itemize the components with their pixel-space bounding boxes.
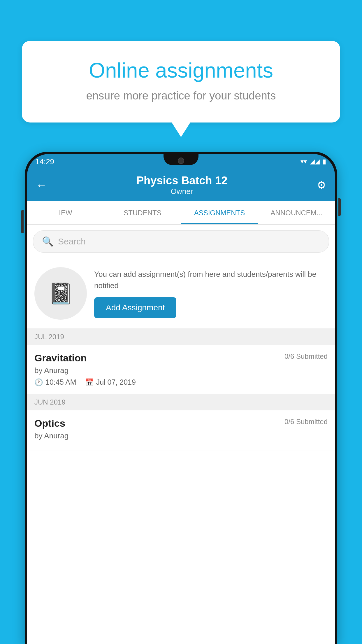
phone-frame: 14:29 ▾▾ ◢◢ ▮ ← Physics Batch 12 Owner ⚙…: [25, 152, 337, 644]
speech-bubble-container: Online assignments ensure more practice …: [22, 41, 340, 123]
front-camera: [178, 158, 184, 164]
tab-students[interactable]: STUDENTS: [104, 201, 181, 224]
assignment-meta: 🕐 10:45 AM 📅 Jul 07, 2019: [34, 378, 328, 386]
phone-power-button: [338, 198, 341, 216]
phone-screen: 14:29 ▾▾ ◢◢ ▮ ← Physics Batch 12 Owner ⚙…: [27, 154, 335, 644]
search-icon: 🔍: [42, 236, 54, 247]
settings-button[interactable]: ⚙: [317, 179, 326, 191]
assignment-by: by Anurag: [34, 366, 328, 375]
assignment-gravitation[interactable]: Gravitation 0/6 Submitted by Anurag 🕐 10…: [27, 345, 335, 394]
back-button[interactable]: ←: [36, 179, 47, 192]
status-icons: ▾▾ ◢◢ ▮: [301, 158, 326, 165]
date-value: Jul 07, 2019: [96, 378, 136, 386]
bubble-title: Online assignments: [42, 58, 320, 82]
search-bar[interactable]: 🔍 Search: [33, 230, 329, 253]
assignment-top: Gravitation 0/6 Submitted: [34, 352, 328, 364]
promo-section: 📓 You can add assignment(s) from here an…: [27, 258, 335, 329]
tab-overview[interactable]: IEW: [27, 201, 104, 224]
app-bar-center: Physics Batch 12 Owner: [47, 174, 317, 196]
speech-bubble: Online assignments ensure more practice …: [22, 41, 340, 123]
promo-icon-circle: 📓: [34, 267, 87, 320]
signal-icon: ◢◢: [310, 158, 320, 165]
batch-title: Physics Batch 12: [47, 174, 317, 187]
tabs-bar: IEW STUDENTS ASSIGNMENTS ANNOUNCEM...: [27, 201, 335, 225]
bubble-subtitle: ensure more practice for your students: [42, 90, 320, 102]
promo-content: You can add assignment(s) from here and …: [94, 269, 328, 318]
assignment-top-optics: Optics 0/6 Submitted: [34, 418, 328, 429]
time-value: 10:45 AM: [45, 378, 76, 386]
assignment-optics[interactable]: Optics 0/6 Submitted by Anurag: [27, 410, 335, 451]
assignment-date: 📅 Jul 07, 2019: [85, 378, 136, 386]
tab-announcements[interactable]: ANNOUNCEM...: [258, 201, 335, 224]
assignment-submitted-optics: 0/6 Submitted: [284, 418, 328, 426]
tab-assignments[interactable]: ASSIGNMENTS: [181, 201, 258, 224]
battery-icon: ▮: [323, 158, 326, 165]
app-bar: ← Physics Batch 12 Owner ⚙: [27, 169, 335, 201]
assignment-submitted: 0/6 Submitted: [284, 352, 328, 360]
promo-text: You can add assignment(s) from here and …: [94, 269, 328, 291]
search-placeholder: Search: [58, 237, 86, 246]
phone-notch: [164, 154, 198, 165]
phone-volume-button: [21, 210, 24, 233]
content-area: 🔍 Search 📓 You can add assignment(s) fro…: [27, 225, 335, 644]
month-separator-jun: JUN 2019: [27, 394, 335, 410]
calendar-icon: 📅: [85, 378, 94, 386]
status-time: 14:29: [35, 157, 54, 166]
month-separator-jul: JUL 2019: [27, 329, 335, 345]
add-assignment-button[interactable]: Add Assignment: [94, 297, 176, 318]
batch-subtitle: Owner: [47, 187, 317, 196]
assignment-by-optics: by Anurag: [34, 431, 328, 440]
assignment-name: Gravitation: [34, 352, 87, 364]
clock-icon: 🕐: [34, 378, 43, 386]
assignment-name-optics: Optics: [34, 418, 65, 429]
assignment-time: 🕐 10:45 AM: [34, 378, 76, 386]
wifi-icon: ▾▾: [301, 158, 307, 165]
notebook-icon: 📓: [48, 281, 73, 305]
